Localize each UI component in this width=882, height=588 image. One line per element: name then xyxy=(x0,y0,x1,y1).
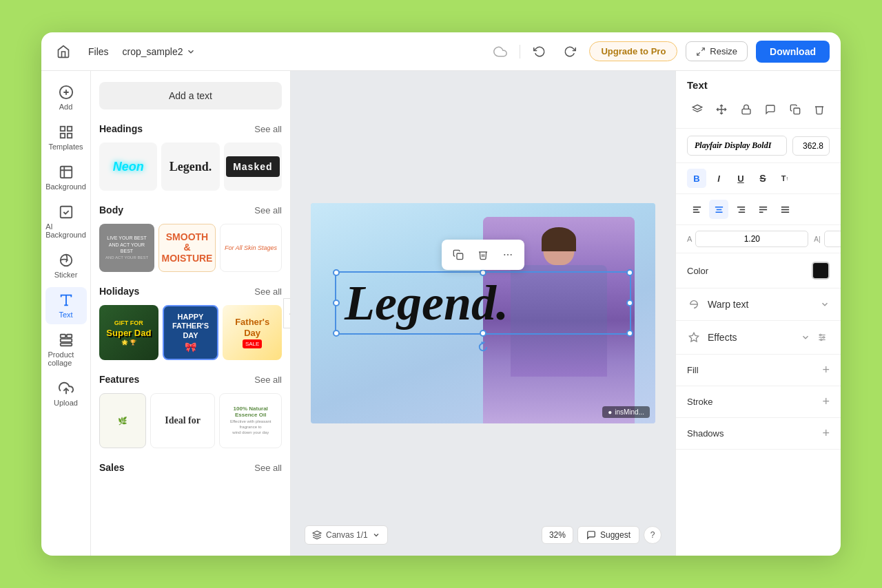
svg-line-0 xyxy=(702,48,705,50)
align-left-button[interactable] xyxy=(687,200,706,219)
holiday-card-fathersday-2[interactable]: HAPPYFATHER'SDAY 🎀 xyxy=(163,305,219,360)
svg-rect-10 xyxy=(60,207,72,218)
layers-icon-btn[interactable] xyxy=(687,99,708,120)
body-card-1[interactable]: LIVE YOUR BESTAND ACT YOUR BESTAND ACT Y… xyxy=(99,224,154,272)
handle-bottom-mid[interactable] xyxy=(480,330,486,337)
headings-grid: Neon Legend. Masked xyxy=(99,143,282,191)
sidebar-item-ai-background[interactable]: AI Background xyxy=(45,199,87,244)
heading-card-masked[interactable]: Masked xyxy=(224,143,282,191)
body-see-all[interactable]: See all xyxy=(254,205,282,216)
handle-mid-right[interactable] xyxy=(626,300,633,306)
delete-icon-btn[interactable] xyxy=(810,99,830,120)
superscript-button[interactable]: T↑ xyxy=(775,169,794,188)
align-justify-left-button[interactable] xyxy=(753,200,772,219)
svg-marker-48 xyxy=(689,333,698,342)
font-name-dropdown[interactable]: Playfair Display BoldI xyxy=(687,136,787,156)
sidebar-item-text[interactable]: Text xyxy=(45,287,87,324)
line-height-input[interactable] xyxy=(695,231,808,247)
line-height-label: A xyxy=(687,235,692,243)
strikethrough-button[interactable]: S xyxy=(753,169,772,188)
stroke-section[interactable]: Stroke + xyxy=(676,386,841,418)
svg-rect-14 xyxy=(60,335,65,338)
warp-text-icon xyxy=(687,297,701,311)
letter-spacing-input[interactable] xyxy=(824,231,841,247)
effects-header[interactable]: Effects xyxy=(676,321,841,354)
svg-rect-6 xyxy=(67,127,71,131)
features-card-1[interactable]: 🌿 xyxy=(99,393,146,448)
features-card-ideal[interactable]: Ideal for xyxy=(150,393,216,448)
lock-icon-btn[interactable] xyxy=(736,99,757,120)
color-swatch[interactable] xyxy=(812,262,830,280)
undo-button[interactable] xyxy=(529,41,551,63)
canvas-bottom-bar: Canvas 1/1 32% Suggest ? xyxy=(291,525,675,545)
panel-collapse-button[interactable]: ‹ xyxy=(283,298,291,328)
redo-button[interactable] xyxy=(559,41,581,63)
suggest-button[interactable]: Suggest xyxy=(577,526,639,544)
features-card-natural[interactable]: 100% NaturalEssence Oil Effective with p… xyxy=(219,393,282,448)
copy-button[interactable] xyxy=(447,244,469,266)
upgrade-button[interactable]: Upgrade to Pro xyxy=(589,41,677,61)
handle-bottom-left[interactable] xyxy=(333,330,340,337)
svg-rect-8 xyxy=(67,134,71,138)
resize-button[interactable]: Resize xyxy=(686,41,748,61)
delete-button[interactable] xyxy=(472,244,494,266)
more-options-button[interactable] xyxy=(497,244,519,266)
svg-point-54 xyxy=(821,339,822,340)
transform-icon-btn[interactable] xyxy=(712,99,732,120)
shadows-label: Shadows xyxy=(687,428,724,439)
align-justify-button[interactable] xyxy=(775,200,794,219)
body-card-foralll[interactable]: For All Skin Stages xyxy=(220,224,282,272)
layers-button[interactable]: Canvas 1/1 xyxy=(305,525,388,545)
headings-see-all[interactable]: See all xyxy=(254,124,282,134)
effects-settings-button[interactable] xyxy=(814,330,830,345)
help-button[interactable]: ? xyxy=(644,526,662,544)
sidebar-item-upload[interactable]: Upload xyxy=(45,375,87,412)
floating-toolbar xyxy=(442,240,524,270)
warp-text-label: Warp text xyxy=(708,299,748,310)
divider xyxy=(520,45,520,59)
svg-point-22 xyxy=(511,254,512,255)
align-center-button[interactable] xyxy=(709,200,728,219)
text-panel: Add a text Headings See all Neon Legend.… xyxy=(91,71,291,556)
download-button[interactable]: Download xyxy=(756,41,830,63)
font-size-input[interactable] xyxy=(792,136,830,156)
sales-see-all[interactable]: See all xyxy=(254,463,282,473)
sidebar-item-sticker[interactable]: Sticker xyxy=(45,247,87,284)
heading-card-legend[interactable]: Legend. xyxy=(161,143,219,191)
project-name[interactable]: crop_sample2 xyxy=(123,46,196,57)
text-overlay[interactable]: Legend. xyxy=(335,271,631,335)
warp-text-header[interactable]: Warp text xyxy=(676,288,841,320)
shadows-section[interactable]: Shadows + xyxy=(676,418,841,450)
holidays-see-all[interactable]: See all xyxy=(254,286,282,297)
handle-top-mid[interactable] xyxy=(480,269,486,276)
align-right-button[interactable] xyxy=(731,200,750,219)
duplicate-icon-btn[interactable] xyxy=(785,99,806,120)
files-nav[interactable]: Files xyxy=(83,43,114,60)
effects-left: Effects xyxy=(687,330,737,344)
holiday-card-superdad[interactable]: Gift for Super Dad 🌟 🏆 xyxy=(99,305,158,360)
canvas-area[interactable]: ● insMind... xyxy=(291,71,675,556)
comment-icon-btn[interactable] xyxy=(761,99,781,120)
heading-card-neon[interactable]: Neon xyxy=(99,143,157,191)
body-card-smooth[interactable]: SMOOTH& MOISTURE xyxy=(158,224,216,272)
canvas-text-element[interactable]: Legend. xyxy=(345,278,622,328)
italic-button[interactable]: I xyxy=(709,169,728,188)
sidebar-item-add[interactable]: Add xyxy=(45,79,87,116)
add-text-button[interactable]: Add a text xyxy=(99,82,282,109)
fill-section[interactable]: Fill + xyxy=(676,355,841,386)
home-button[interactable] xyxy=(52,41,74,63)
zoom-level: 32% xyxy=(542,526,573,544)
underline-button[interactable]: U xyxy=(731,169,750,188)
rotate-handle[interactable] xyxy=(476,340,490,354)
handle-top-left[interactable] xyxy=(333,269,340,276)
holiday-card-fathersday-3[interactable]: Father'sDay SALE xyxy=(223,305,282,360)
bold-button[interactable]: B xyxy=(687,169,706,188)
handle-mid-left[interactable] xyxy=(333,300,340,306)
sidebar-item-templates[interactable]: Templates xyxy=(45,119,87,156)
sidebar-item-product-collage[interactable]: Product collage xyxy=(45,327,87,372)
handle-bottom-right[interactable] xyxy=(626,330,633,337)
sidebar-item-background[interactable]: Background xyxy=(45,159,87,196)
effects-section: Effects xyxy=(676,321,841,355)
features-see-all[interactable]: See all xyxy=(254,375,282,385)
handle-top-right[interactable] xyxy=(626,269,633,276)
